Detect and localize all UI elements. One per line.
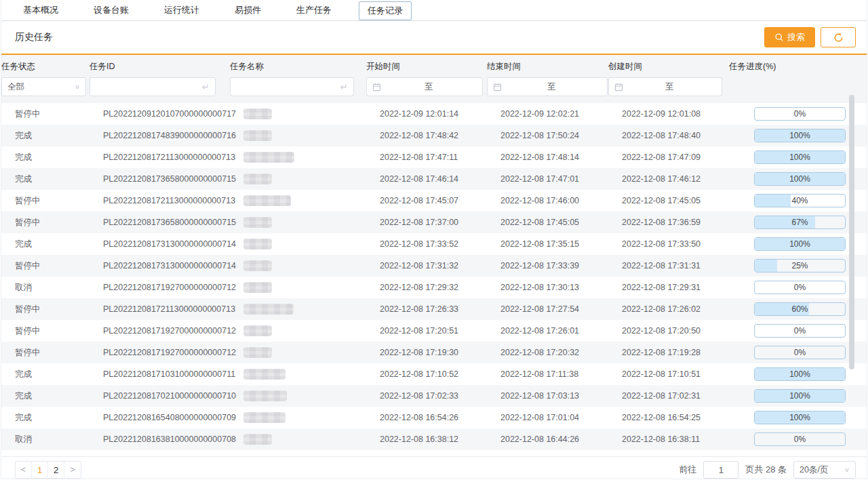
tab-1[interactable]: 基本概况 [15, 1, 66, 19]
table-row[interactable]: 取消PL202212081719270000000007122022-12-08… [1, 277, 867, 298]
table-body: 暂停中PL202212091201070000000007172022-12-0… [1, 103, 867, 450]
cell-status: 完成 [15, 130, 103, 142]
cell-status: 取消 [15, 282, 103, 294]
cell-task-id: PL20221208173658000000000715 [103, 218, 243, 227]
refresh-icon [833, 32, 844, 43]
redacted-task-name [243, 325, 272, 336]
cell-progress: 60% [743, 302, 867, 316]
table-row[interactable]: 完成PL202212081654080000000007092022-12-08… [1, 407, 867, 428]
cell-task-id: PL20221208171927000000000712 [103, 348, 243, 357]
cell-start-time: 2022-12-08 17:33:52 [380, 239, 500, 249]
cell-created-time: 2022-12-08 17:36:59 [622, 218, 743, 227]
table-row[interactable]: 暂停中PL202212081736580000000007152022-12-0… [1, 211, 867, 233]
calendar-icon [493, 83, 502, 92]
table-row[interactable]: 暂停中PL202212081731300000000007142022-12-0… [1, 255, 867, 277]
tab-3[interactable]: 运行统计 [156, 1, 208, 19]
vertical-scrollbar[interactable] [849, 95, 854, 369]
table-row[interactable]: 完成PL202212081702100000000007102022-12-08… [1, 385, 867, 407]
cell-task-id: PL20221208163810000000000708 [103, 435, 243, 444]
progress-value: 100% [755, 173, 845, 185]
cell-end-time: 2022-12-08 17:33:39 [500, 261, 622, 270]
page-size-select[interactable]: 20条/页 ∨ [793, 461, 856, 479]
cell-progress: 0% [743, 432, 867, 446]
cell-start-time: 2022-12-08 17:19:30 [380, 348, 500, 357]
pager-page-2[interactable]: 2 [48, 462, 64, 478]
cell-progress: 25% [743, 259, 867, 273]
start-time-range-input[interactable]: 至 [366, 77, 483, 96]
cell-start-time: 2022-12-08 17:26:33 [380, 304, 500, 314]
table-row[interactable]: 完成PL202212081710310000000007112022-12-08… [1, 363, 867, 385]
cell-task-id: PL20221209120107000000000717 [103, 109, 243, 119]
cell-created-time: 2022-12-08 17:46:12 [622, 174, 743, 184]
refresh-button[interactable] [821, 27, 856, 47]
tab-5[interactable]: 生产任务 [288, 1, 340, 19]
table-row[interactable]: 暂停中PL202212081721130000000007132022-12-0… [1, 190, 867, 211]
progress-bar: 100% [754, 150, 846, 164]
cell-task-name [243, 412, 380, 423]
status-select-value: 全部 [7, 81, 24, 93]
end-time-range-input[interactable]: 至 [487, 77, 608, 96]
cell-progress: 100% [743, 150, 867, 164]
enter-key-icon: ↵ [340, 82, 348, 92]
progress-bar: 0% [754, 432, 846, 446]
pager-prev-button[interactable]: < [16, 462, 32, 478]
cell-task-name [243, 239, 380, 249]
progress-bar: 100% [754, 411, 846, 424]
filter-created-time: 创建时间 至 [608, 61, 729, 96]
table-row[interactable]: 完成PL202212081748390000000007162022-12-08… [1, 125, 867, 146]
table-row[interactable]: 暂停中PL202212081719270000000007122022-12-0… [1, 342, 867, 363]
cell-end-time: 2022-12-08 17:20:32 [500, 348, 622, 357]
cell-end-time: 2022-12-09 12:02:21 [500, 109, 622, 119]
redacted-task-name [243, 369, 285, 380]
cell-end-time: 2022-12-08 16:44:26 [500, 435, 622, 444]
cell-created-time: 2022-12-09 12:01:08 [622, 109, 743, 119]
column-header-status: 任务状态 [1, 61, 90, 73]
cell-task-name [243, 260, 380, 271]
table-row[interactable]: 完成PL202212081721130000000007132022-12-08… [1, 146, 867, 168]
table-row[interactable]: 暂停中PL202212091201070000000007172022-12-0… [1, 103, 867, 125]
created-time-range-input[interactable]: 至 [608, 77, 722, 96]
enter-key-icon: ↵ [202, 82, 210, 92]
cell-task-name [243, 369, 380, 380]
task-id-input[interactable]: ↵ [90, 77, 216, 96]
cell-progress: 100% [743, 129, 867, 142]
pager-next-button[interactable]: > [64, 462, 81, 478]
tab-4[interactable]: 易损件 [226, 1, 269, 19]
progress-bar: 100% [754, 237, 846, 251]
cell-created-time: 2022-12-08 17:26:02 [622, 304, 743, 314]
tab-6[interactable]: 任务记录 [359, 1, 412, 20]
redacted-task-name [243, 434, 272, 445]
task-name-input[interactable]: ↵ [230, 77, 354, 96]
progress-value: 100% [755, 368, 845, 380]
pager-page-1[interactable]: 1 [32, 462, 48, 478]
column-header-start-time: 开始时间 [366, 61, 487, 73]
date-range-separator: 至 [502, 81, 601, 93]
cell-task-id: PL20221208172113000000000713 [103, 153, 243, 162]
filter-end-time: 结束时间 至 [487, 61, 608, 96]
cell-progress: 0% [743, 346, 867, 359]
cell-task-id: PL20221208170210000000000710 [103, 391, 243, 401]
cell-end-time: 2022-12-08 17:03:13 [500, 391, 622, 401]
table-row[interactable]: 取消PL202212081638100000000007082022-12-08… [1, 428, 867, 450]
cell-status: 暂停中 [15, 325, 103, 337]
chevron-down-icon: ∨ [75, 83, 80, 90]
progress-bar: 60% [754, 302, 846, 316]
goto-page-input[interactable] [703, 461, 738, 479]
column-header-task-name: 任务名称 [230, 61, 366, 73]
redacted-task-name [243, 152, 294, 163]
search-button[interactable]: 搜索 [764, 27, 815, 47]
table-row[interactable]: 暂停中PL202212081719270000000007122022-12-0… [1, 320, 867, 342]
page-size-value: 20条/页 [800, 464, 828, 476]
table-row[interactable]: 完成PL202212081731300000000007142022-12-08… [1, 233, 867, 255]
cell-task-id: PL20221208173130000000000714 [103, 261, 243, 270]
cell-task-id: PL20221208173130000000000714 [103, 239, 243, 249]
cell-task-name [243, 152, 380, 163]
cell-end-time: 2022-12-08 17:35:15 [500, 239, 622, 249]
table-row[interactable]: 完成PL202212081736580000000007152022-12-08… [1, 168, 867, 190]
status-select[interactable]: 全部 ∨ [1, 77, 86, 96]
cell-end-time: 2022-12-08 17:47:01 [500, 174, 622, 184]
progress-bar: 40% [754, 194, 846, 207]
tab-2[interactable]: 设备台账 [85, 1, 137, 19]
cell-task-id: PL20221208172113000000000713 [103, 196, 243, 205]
table-row[interactable]: 暂停中PL202212081721130000000007132022-12-0… [1, 298, 867, 320]
